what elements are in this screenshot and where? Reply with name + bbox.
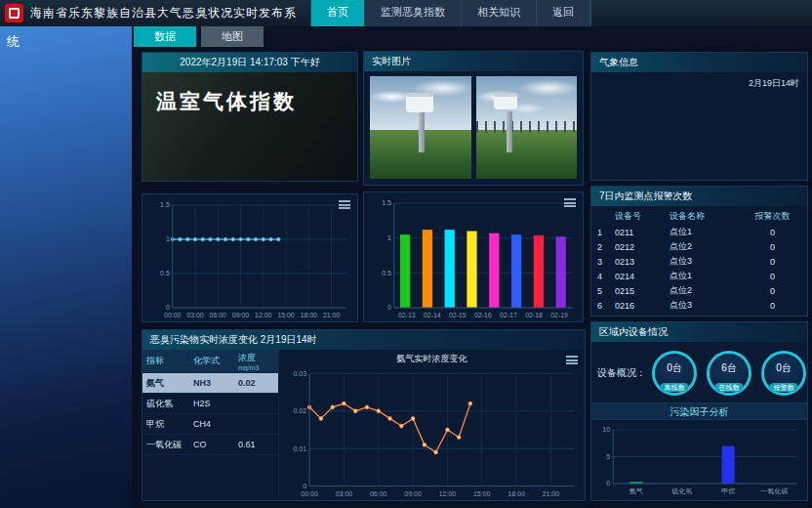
equipment-panel-header: 区域内设备情况	[591, 322, 807, 342]
alarm-cell: 点位1	[668, 226, 742, 238]
nav-item-2[interactable]: 相关知识	[462, 0, 537, 26]
svg-text:18:00: 18:00	[508, 490, 525, 498]
svg-text:02-19: 02-19	[550, 312, 568, 318]
pollutant-row[interactable]: 一氧化碳CO0.61	[142, 435, 278, 455]
pollutant-name: 一氧化碳	[146, 439, 193, 451]
photo-sensor-device	[406, 93, 433, 112]
photo-fence	[476, 121, 578, 133]
datetime-bar: 2022年2月19日 14:17:03 下午好	[142, 53, 357, 72]
chart-menu-icon[interactable]	[339, 200, 350, 209]
tab-bar: 数据地图	[132, 26, 812, 47]
tab-0[interactable]: 数据	[134, 26, 196, 47]
top-nav: 首页监测恶臭指数相关知识返回	[310, 0, 591, 26]
alarm-row: 50215点位20	[595, 283, 803, 298]
svg-text:06:00: 06:00	[210, 312, 226, 318]
pollutant-col-indicator: 指标	[146, 355, 193, 367]
page-title: 温室气体指数	[142, 72, 357, 131]
alarm-cell: 0215	[613, 286, 668, 296]
svg-text:0: 0	[606, 481, 610, 487]
svg-text:一氧化碳: 一氧化碳	[760, 487, 788, 495]
svg-text:03:00: 03:00	[336, 490, 353, 498]
alarm-row: 30213点位30	[595, 254, 803, 269]
svg-text:02-14: 02-14	[424, 312, 441, 318]
pollutant-col-concentration: 浓度mg/m3	[238, 352, 274, 371]
svg-text:0: 0	[166, 304, 170, 311]
svg-text:12:00: 12:00	[439, 490, 457, 498]
nav-item-1[interactable]: 监测恶臭指数	[365, 0, 462, 26]
alarm-table-body: 10211点位1020212点位2030213点位3040214点位105021…	[595, 225, 803, 313]
pollutant-col-formula: 化学式	[193, 355, 238, 367]
alarm-cell: 点位2	[668, 240, 742, 253]
chart-menu-icon[interactable]	[566, 356, 578, 364]
alarm-panel-header: 7日内监测点报警次数	[591, 187, 807, 206]
svg-text:0.5: 0.5	[382, 270, 391, 276]
app-title: 海南省乐东黎族自治县大气恶臭状况实时发布系	[30, 5, 297, 21]
alarm-cell: 0216	[613, 301, 668, 311]
alarm-row: 60216点位30	[595, 298, 803, 313]
alarm-cell: 3	[595, 257, 613, 267]
alarm-cell: 5	[595, 286, 613, 296]
svg-text:21:00: 21:00	[543, 490, 560, 498]
alarm-cell: 0213	[613, 257, 668, 267]
pollutant-panel: 恶臭污染物实时浓度变化 2月19日14时 指标 化学式 浓度mg/m3 氨气NH…	[142, 329, 586, 501]
pollutant-row[interactable]: 甲烷CH4	[142, 414, 278, 435]
nav-item-0[interactable]: 首页	[311, 0, 365, 26]
pollution-factor-bar-chart: 0510氨气硫化氢甲烷一氧化碳	[591, 422, 807, 496]
device-stats: 0台离线数6台在线数0台报警数	[652, 351, 806, 396]
alarm-row: 10211点位10	[595, 225, 803, 239]
alarm-cell: 2	[595, 242, 613, 252]
alarm-cell: 0	[742, 257, 803, 267]
device-stat-label: 离线数	[661, 383, 689, 392]
pollutant-formula: NH3	[193, 378, 238, 388]
svg-text:02-17: 02-17	[500, 312, 517, 318]
alarm-cell: 6	[595, 301, 613, 311]
photo-pole	[419, 111, 425, 152]
alarm-cell: 0211	[613, 228, 668, 237]
pollutant-panel-body: 指标 化学式 浓度mg/m3 氨气NH30.02硫化氢H2S甲烷CH4一氧化碳C…	[142, 350, 585, 500]
top-bar: 海南省乐东黎族自治县大气恶臭状况实时发布系 首页监测恶臭指数相关知识返回	[0, 0, 812, 26]
svg-text:02-16: 02-16	[474, 312, 492, 318]
pollutant-name: 硫化氢	[146, 398, 193, 410]
svg-text:02-13: 02-13	[398, 312, 416, 318]
pollutant-formula: H2S	[193, 399, 238, 408]
device-stat-value: 0台	[764, 361, 803, 375]
svg-text:15:00: 15:00	[277, 312, 294, 318]
station-photo-1[interactable]	[370, 76, 471, 179]
pollutant-formula: CH4	[193, 419, 238, 429]
weather-panel-header: 气象信息	[591, 53, 807, 72]
device-stat-circle: 6台在线数	[707, 351, 751, 396]
pollutant-value: 0.61	[238, 440, 274, 449]
alarm-cell: 点位3	[668, 299, 742, 312]
svg-text:02-18: 02-18	[525, 312, 543, 318]
svg-text:甲烷: 甲烷	[721, 487, 735, 495]
alarm-cell: 0212	[613, 242, 668, 252]
device-stat-circle: 0台离线数	[652, 351, 697, 396]
equipment-panel: 区域内设备情况 设备概况： 0台离线数6台在线数0台报警数 污染因子分析 051…	[590, 321, 808, 501]
nav-item-3[interactable]: 返回	[537, 0, 590, 26]
device-overview-row: 设备概况： 0台离线数6台在线数0台报警数	[591, 342, 807, 402]
pollutant-table-header: 指标 化学式 浓度mg/m3	[142, 350, 278, 373]
svg-text:0.5: 0.5	[160, 270, 170, 276]
station-photo-2[interactable]	[476, 76, 578, 179]
chart-menu-icon[interactable]	[564, 198, 576, 207]
pollutant-table: 指标 化学式 浓度mg/m3 氨气NH30.02硫化氢H2S甲烷CH4一氧化碳C…	[142, 350, 279, 500]
sidebar: 统	[0, 26, 132, 508]
svg-text:1.5: 1.5	[382, 199, 391, 206]
pollutant-row[interactable]: 硫化氢H2S	[142, 394, 278, 414]
pollutant-row[interactable]: 氨气NH30.02	[142, 373, 278, 394]
pollutant-unit: mg/m3	[238, 364, 274, 371]
svg-text:00:00: 00:00	[301, 490, 318, 498]
app-logo-icon	[5, 4, 23, 22]
device-stat-circle: 0台报警数	[761, 351, 806, 396]
alarm-cell: 0	[742, 228, 803, 237]
svg-text:10: 10	[602, 427, 610, 434]
tab-1[interactable]: 地图	[201, 26, 264, 47]
device-stat-label: 报警数	[770, 383, 798, 392]
alarm-cell: 0	[742, 301, 803, 311]
svg-text:02-15: 02-15	[449, 312, 467, 318]
weather-panel: 气象信息 2月19日14时	[590, 52, 808, 181]
alarm-col-device-id: 设备号	[613, 210, 668, 223]
alarm-cell: 点位2	[668, 284, 742, 297]
alarm-cell: 点位1	[668, 270, 742, 282]
svg-text:0.02: 0.02	[293, 407, 306, 415]
